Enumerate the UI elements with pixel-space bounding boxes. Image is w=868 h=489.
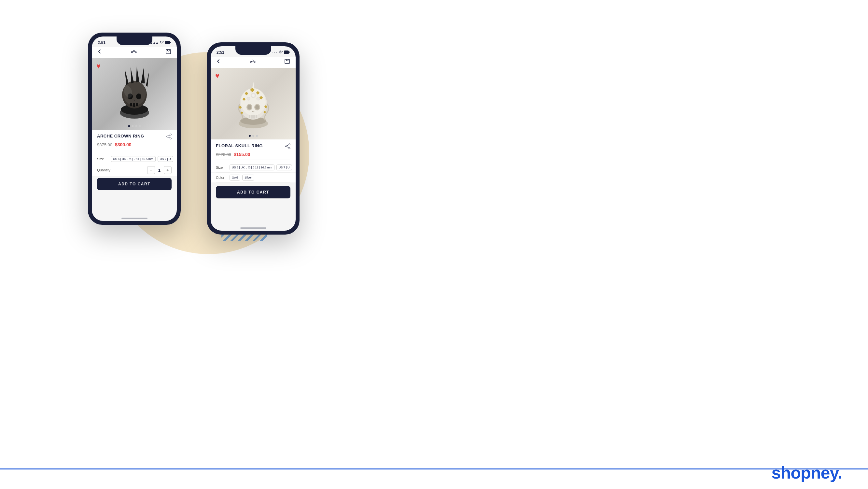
back-button-2[interactable] <box>216 59 221 65</box>
nav-bar-1 <box>92 47 177 58</box>
svg-line-33 <box>251 61 252 62</box>
svg-marker-16 <box>146 71 149 87</box>
svg-point-31 <box>252 60 253 61</box>
divider-2c <box>216 182 290 183</box>
svg-line-34 <box>253 61 254 62</box>
svg-marker-12 <box>125 69 129 85</box>
original-price-1: $375.00 <box>97 142 112 147</box>
product-name-2: FLORAL SKULL RING <box>216 143 263 148</box>
svg-rect-58 <box>253 115 255 119</box>
svg-rect-7 <box>166 50 170 54</box>
share-icon-2[interactable] <box>285 143 290 150</box>
quantity-row-1: Quantity − 1 + <box>92 164 177 176</box>
svg-line-5 <box>132 51 133 52</box>
dot-2-3 <box>256 135 258 137</box>
product-image-2: ♥ <box>211 68 296 139</box>
share-icon-1[interactable] <box>166 134 172 141</box>
svg-rect-0 <box>165 41 170 44</box>
ring-image-2 <box>211 68 296 139</box>
nav-bar-2 <box>211 57 296 68</box>
wifi-icon-1 <box>160 41 164 45</box>
phones-container: 2:51 ▲▲▲ <box>88 33 300 235</box>
svg-line-67 <box>287 145 289 146</box>
color-chip-silver[interactable]: Silver <box>242 175 254 180</box>
product-name-1: ARCHE CROWN RING <box>97 134 144 139</box>
svg-rect-20 <box>133 103 135 107</box>
dot-1-3 <box>135 125 137 127</box>
svg-line-26 <box>168 135 170 136</box>
back-button-1[interactable] <box>97 49 102 55</box>
phone-1-screen: 2:51 ▲▲▲ <box>92 36 177 221</box>
image-dots-2 <box>249 135 258 137</box>
svg-marker-14 <box>136 66 140 82</box>
color-chip-gold[interactable]: Gold <box>229 175 240 180</box>
svg-point-66 <box>289 148 290 149</box>
product-name-row-1: ARCHE CROWN RING <box>97 134 172 141</box>
original-price-2: $220.00 <box>216 152 231 157</box>
nav-center-2 <box>249 59 256 65</box>
product-info-1: ARCHE CROWN RING $375.00 $300.00 <box>92 130 177 154</box>
dot-2-active <box>249 135 251 137</box>
phone-1: 2:51 ▲▲▲ <box>88 33 181 225</box>
size-row-1: Size US 6 | UK L ½ | J 11 | 16.5 mm US 7… <box>92 154 177 164</box>
svg-rect-57 <box>251 115 253 119</box>
skull-ring-svg-1 <box>108 65 160 122</box>
svg-rect-59 <box>255 115 257 118</box>
sale-price-1: $300.00 <box>115 142 131 147</box>
svg-point-32 <box>254 61 255 62</box>
svg-rect-28 <box>284 51 289 54</box>
divider-2 <box>216 160 290 160</box>
dot-1-active <box>128 125 130 127</box>
quantity-label-1: Quantity <box>97 168 111 172</box>
add-to-cart-button-2[interactable]: ADD TO CART <box>216 186 290 198</box>
add-to-cart-button-1[interactable]: ADD TO CART <box>97 178 172 190</box>
price-row-2: $220.00 $155.00 <box>216 152 290 157</box>
shopney-logo: shopney. <box>772 463 842 483</box>
quantity-controls-1: − 1 + <box>147 166 172 174</box>
size-chip-2-2[interactable]: US 7 | U <box>276 165 292 170</box>
heart-icon-2[interactable]: ♥ <box>215 72 219 80</box>
battery-icon-2 <box>284 51 290 55</box>
svg-rect-29 <box>289 52 290 53</box>
cart-icon-2[interactable] <box>284 58 290 66</box>
phone-2: 2:51 · · · · <box>207 42 300 235</box>
svg-point-49 <box>256 97 260 100</box>
signal-icon-2: · · · · <box>269 51 277 54</box>
svg-line-6 <box>134 51 135 52</box>
qty-value-1: 1 <box>158 168 160 173</box>
qty-plus-1[interactable]: + <box>164 166 172 174</box>
svg-point-64 <box>289 144 290 145</box>
size-label-1: Size <box>97 157 109 161</box>
color-row-2: Color Gold Silver <box>211 173 296 182</box>
dot-1-4 <box>139 125 141 127</box>
dot-2-2 <box>252 135 254 137</box>
svg-point-3 <box>133 50 134 52</box>
price-row-1: $375.00 $300.00 <box>97 142 172 147</box>
svg-point-18 <box>136 93 141 99</box>
home-indicator-2 <box>240 227 266 229</box>
image-dots-1 <box>128 125 141 127</box>
svg-marker-13 <box>130 67 134 83</box>
product-info-2: FLORAL SKULL RING $220.00 $155.00 <box>211 139 296 163</box>
size-label-2: Size <box>216 166 227 169</box>
nav-center-1 <box>130 49 137 55</box>
color-label-2: Color <box>216 176 227 179</box>
svg-point-2 <box>131 52 132 53</box>
wifi-icon-2 <box>279 51 283 54</box>
time-1: 2:51 <box>98 40 105 45</box>
cart-icon-1[interactable] <box>165 48 172 56</box>
shopney-text: shopney. <box>772 463 842 482</box>
svg-line-27 <box>168 137 170 138</box>
svg-rect-21 <box>136 103 138 106</box>
heart-icon-1[interactable]: ♥ <box>96 62 101 70</box>
size-chip-1-1[interactable]: US 6 | UK L ½ | J 11 | 16.5 mm <box>111 156 156 162</box>
svg-marker-15 <box>141 68 145 83</box>
qty-minus-1[interactable]: − <box>147 166 155 174</box>
sale-price-2: $155.00 <box>234 152 250 157</box>
size-chip-1-2[interactable]: US 7 | U <box>158 156 173 162</box>
ring-image-1 <box>92 58 177 130</box>
size-chip-2-1[interactable]: US 6 | UK L ½ | J 11 | 16.5 mm <box>229 165 275 170</box>
status-icons-1: ▲▲▲ <box>150 41 171 45</box>
home-indicator-1 <box>121 218 148 219</box>
svg-point-65 <box>285 146 287 147</box>
